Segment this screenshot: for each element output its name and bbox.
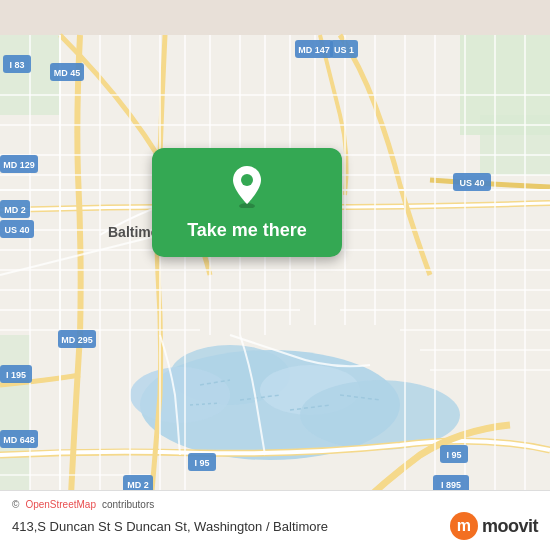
attribution-symbol: ©: [12, 499, 19, 510]
svg-text:US 40: US 40: [4, 225, 29, 235]
svg-text:MD 45: MD 45: [54, 68, 81, 78]
address-text: 413,S Duncan St S Duncan St, Washington …: [12, 519, 328, 534]
contributors-text: contributors: [102, 499, 154, 510]
svg-text:MD 2: MD 2: [4, 205, 26, 215]
moovit-text: moovit: [482, 516, 538, 537]
svg-rect-3: [480, 115, 550, 175]
svg-text:MD 2: MD 2: [127, 480, 149, 490]
svg-text:US 1: US 1: [334, 45, 354, 55]
svg-text:US 40: US 40: [459, 178, 484, 188]
map-pin-icon: [229, 164, 265, 212]
svg-point-9: [130, 367, 230, 423]
svg-text:I 895: I 895: [441, 480, 461, 490]
svg-point-82: [241, 174, 253, 186]
take-me-there-card[interactable]: Take me there: [152, 148, 342, 257]
svg-text:MD 129: MD 129: [3, 160, 35, 170]
svg-text:I 195: I 195: [6, 370, 26, 380]
svg-text:I 95: I 95: [194, 458, 209, 468]
attribution-row: © OpenStreetMap contributors: [12, 499, 538, 510]
openstreetmap-link[interactable]: OpenStreetMap: [25, 499, 96, 510]
svg-text:MD 648: MD 648: [3, 435, 35, 445]
svg-rect-4: [0, 335, 30, 515]
map-container: I 83 MD 45 MD 147 US 1 MD 129 MD 2 US 40…: [0, 0, 550, 550]
map-svg: I 83 MD 45 MD 147 US 1 MD 129 MD 2 US 40…: [0, 0, 550, 550]
svg-text:I 95: I 95: [446, 450, 461, 460]
info-bar: © OpenStreetMap contributors 413,S Dunca…: [0, 490, 550, 550]
take-me-there-button[interactable]: Take me there: [187, 220, 307, 241]
moovit-icon: m: [450, 512, 478, 540]
svg-text:MD 147: MD 147: [298, 45, 330, 55]
moovit-logo: m moovit: [450, 512, 538, 540]
svg-text:MD 295: MD 295: [61, 335, 93, 345]
svg-text:I 83: I 83: [9, 60, 24, 70]
address-row: 413,S Duncan St S Duncan St, Washington …: [12, 512, 538, 540]
